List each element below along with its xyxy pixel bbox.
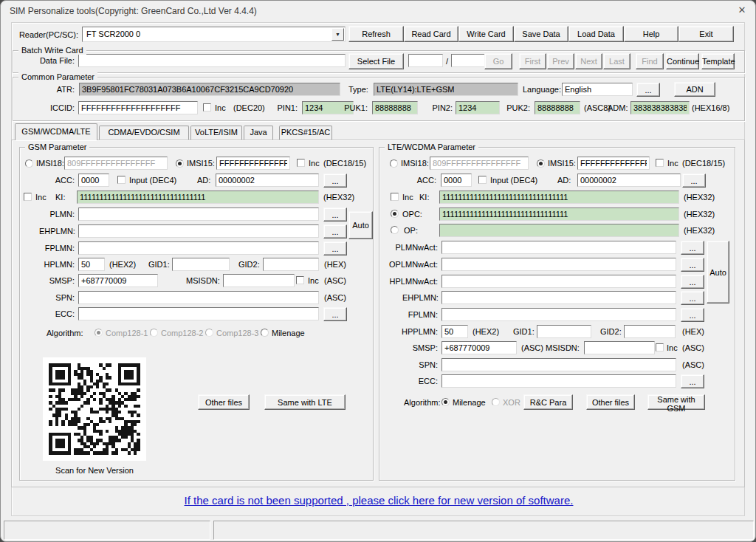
record-total-input[interactable] [451,54,486,67]
lte-gid2-input[interactable] [624,325,676,338]
lte-ad-input[interactable] [577,174,681,187]
gsm-msisdn-input[interactable] [223,274,295,287]
lte-ki-input[interactable] [439,191,679,204]
find-button[interactable]: Find [636,53,664,69]
lte-ad-browse-button[interactable]: ... [682,174,706,188]
reader-combobox[interactable]: FT SCR2000 0 ▼ [82,27,346,42]
lte-acc-input-checkbox[interactable] [478,176,487,184]
refresh-button[interactable]: Refresh [348,26,404,42]
last-button[interactable]: Last [603,53,630,69]
tab-pkcs15-ac[interactable]: PKCS#15/AC [279,126,332,140]
lte-hpplmn-input[interactable] [441,325,468,338]
help-button[interactable]: Help [624,26,678,42]
lte-smsp-input[interactable] [441,341,517,354]
gsm-imsi-inc-checkbox[interactable] [297,159,305,167]
lte-ehplmn-input[interactable] [441,291,676,304]
lte-plmnwact-input[interactable] [441,241,676,254]
select-file-button[interactable]: Select File [348,53,404,69]
lte-auto-button[interactable]: Auto [707,241,729,303]
gsm-ecc-input[interactable] [78,307,319,320]
gsm-fplmn-input[interactable] [78,241,319,255]
tab-volte-isim[interactable]: VoLTE/ISIM [190,126,242,140]
lte-ecc-browse-button[interactable]: ... [681,374,704,388]
lte-op-input[interactable] [439,224,679,237]
language-browse-button[interactable]: ... [636,83,660,97]
load-data-button[interactable]: Load Data [568,26,624,42]
lte-msisdn-inc-checkbox[interactable] [656,343,664,351]
gsm-same-with-lte-button[interactable]: Same with LTE [264,394,346,410]
gsm-acc-input[interactable] [78,174,109,187]
lte-imsi15-radio[interactable] [537,159,545,168]
gsm-imsi15-input[interactable] [216,157,290,170]
lte-oplmnwact-input[interactable] [441,258,676,271]
write-card-button[interactable]: Write Card [458,26,514,42]
gsm-smsp-input[interactable] [78,274,158,287]
iccid-input[interactable] [78,101,198,114]
gsm-spn-input[interactable] [78,291,319,304]
puk2-input[interactable] [535,101,580,114]
gsm-ecc-browse-button[interactable]: ... [323,307,347,321]
first-button[interactable]: First [519,53,546,69]
record-index-input[interactable] [408,54,443,67]
lte-fplmn-browse-button[interactable]: ... [681,308,704,322]
pin2-input[interactable] [456,101,500,114]
lte-imsi15-input[interactable] [577,157,650,170]
lte-plmnwact-browse-button[interactable]: ... [681,241,704,255]
gsm-imsi18-radio[interactable] [25,159,33,168]
adn-button[interactable]: ADN [674,82,715,97]
gsm-alg-milenage-radio[interactable] [261,329,269,337]
save-data-button[interactable]: Save Data [514,26,568,42]
data-file-input[interactable] [78,54,346,67]
gsm-hplmn-input[interactable] [78,258,105,271]
gsm-ehplmn-browse-button[interactable]: ... [323,224,347,239]
lte-spn-input[interactable] [441,358,676,371]
gsm-alg-comp128-3-radio[interactable] [205,329,213,337]
lte-opc-input[interactable] [439,207,679,221]
lte-fplmn-input[interactable] [441,308,676,321]
gsm-ki-input[interactable] [77,191,319,204]
gsm-ki-inc-checkbox[interactable] [24,193,32,201]
lte-opc-radio[interactable] [391,210,399,218]
close-icon[interactable]: ✕ [733,4,751,19]
lte-ki-inc-checkbox[interactable] [391,193,399,201]
next-button[interactable]: Next [575,53,602,69]
gsm-msisdn-inc-checkbox[interactable] [296,276,304,284]
lte-hplmnwact-browse-button[interactable]: ... [681,275,704,289]
gsm-gid2-input[interactable] [263,258,319,271]
lte-alg-xor-radio[interactable] [492,398,500,406]
lte-msisdn-input[interactable] [584,341,655,354]
template-button[interactable]: Template [701,53,735,69]
language-field[interactable] [562,83,633,96]
go-button[interactable]: Go [484,53,512,69]
lte-imsi-inc-checkbox[interactable] [656,159,664,167]
gsm-plmn-input[interactable] [78,207,319,221]
lte-op-radio[interactable] [391,226,399,234]
tab-java[interactable]: Java [244,126,273,140]
read-card-button[interactable]: Read Card [404,26,458,42]
gsm-ad-browse-button[interactable]: ... [323,174,347,188]
lte-same-with-gsm-button[interactable]: Same with GSM [647,394,705,410]
gsm-imsi15-radio[interactable] [176,159,184,168]
gsm-alg-comp128-1-radio[interactable] [94,329,103,337]
lte-hplmnwact-input[interactable] [441,275,676,288]
lte-other-files-button[interactable]: Other files [586,394,635,410]
gsm-fplmn-browse-button[interactable]: ... [323,241,347,255]
lte-gid1-input[interactable] [537,325,591,338]
footer-link[interactable]: If the card is not been supported , plea… [1,494,756,507]
continue-button[interactable]: Continue [666,53,699,69]
lte-ecc-input[interactable] [441,374,676,388]
lte-oplmnwact-browse-button[interactable]: ... [681,258,704,272]
lte-imsi18-radio[interactable] [390,159,398,168]
iccid-inc-checkbox[interactable] [203,103,211,112]
lte-acc-input[interactable] [441,174,472,187]
prev-button[interactable]: Prev [547,53,574,69]
chevron-down-icon[interactable]: ▼ [331,28,344,41]
puk1-input[interactable] [372,101,418,114]
tab-cdma-evdo-csim[interactable]: CDMA/EVDO/CSIM [99,126,189,140]
tab-gsm-wcdma-lte[interactable]: GSM/WCDMA/LTE [15,123,97,140]
gsm-ad-input[interactable] [216,174,319,187]
gsm-auto-button[interactable]: Auto [348,211,373,239]
lte-rc-para-button[interactable]: R&C Para [523,394,573,410]
gsm-plmn-browse-button[interactable]: ... [323,207,347,222]
gsm-gid1-input[interactable] [172,258,230,271]
